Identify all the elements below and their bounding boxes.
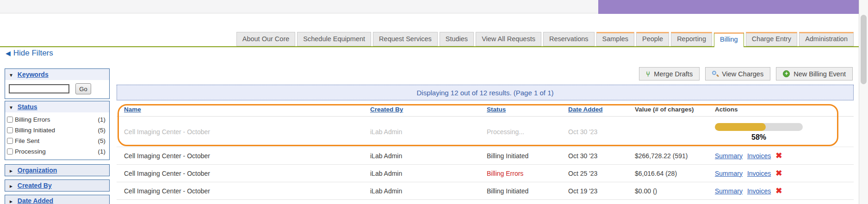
- tab-studies[interactable]: Studies: [440, 32, 474, 46]
- tab-schedule-equipment[interactable]: Schedule Equipment: [297, 32, 371, 46]
- value-of-charges: $266,728.22 (591): [635, 152, 715, 160]
- sort-by-date-added[interactable]: Date Added: [568, 106, 603, 113]
- billing-toolbar: ⑂ Merge Drafts View Charges + New Billin…: [639, 67, 853, 80]
- left-arrow-icon: ◀: [6, 49, 11, 57]
- summary-link[interactable]: Summary: [715, 187, 743, 195]
- file-sent-checkbox[interactable]: [7, 138, 13, 144]
- status-filter-count: (5): [98, 127, 106, 134]
- table-header-row: Name Created By Status Date Added Value …: [117, 103, 854, 117]
- billing-errors-checkbox[interactable]: [7, 117, 13, 123]
- merge-drafts-button[interactable]: ⑂ Merge Drafts: [639, 67, 700, 80]
- tab-about-our-core[interactable]: About Our Core: [236, 32, 296, 46]
- delete-x-icon[interactable]: ✖: [775, 187, 782, 195]
- date-added-filter-panel: ► Date Added: [5, 195, 110, 204]
- sort-by-status[interactable]: Status: [487, 106, 506, 113]
- table-row: Cell Imaging Center - October iLab Admin…: [117, 165, 854, 182]
- tab-administration[interactable]: Administration: [799, 32, 854, 46]
- status-value: Billing Errors: [487, 170, 568, 177]
- status-filter-count: (1): [98, 148, 106, 155]
- organization-panel-title[interactable]: Organization: [18, 167, 57, 174]
- status-filter-count: (5): [98, 137, 106, 144]
- view-charges-button[interactable]: View Charges: [705, 67, 770, 80]
- tab-view-all-requests[interactable]: View All Requests: [476, 32, 541, 46]
- progress-bar-track: [715, 123, 803, 131]
- invoices-link[interactable]: Invoices: [747, 187, 771, 195]
- invoices-link[interactable]: Invoices: [747, 152, 771, 160]
- table-row: Cell Imaging Center - October iLab Admin…: [117, 147, 854, 165]
- billing-event-name: Cell Imaging Center - October: [124, 152, 370, 160]
- keywords-filter-panel: ▼ Keywords Go: [5, 68, 110, 99]
- progress-percent-label: 58%: [715, 133, 803, 142]
- created-by-filter-panel: ► Created By: [5, 179, 110, 192]
- date-added-panel-title[interactable]: Date Added: [18, 197, 53, 204]
- status-filter-billing-errors: Billing Errors (1): [5, 114, 109, 125]
- collapse-triangle-icon: ▼: [9, 105, 13, 110]
- value-of-charges: $0.00 (): [635, 187, 715, 195]
- status-panel-header[interactable]: ▼ Status: [5, 101, 109, 112]
- expand-triangle-icon: ►: [9, 199, 13, 204]
- new-billing-event-button[interactable]: + New Billing Event: [776, 67, 853, 80]
- magnifier-icon: [712, 71, 718, 77]
- billing-event-name: Cell Imaging Center - October: [124, 128, 370, 136]
- date-added-panel-header[interactable]: ► Date Added: [5, 195, 109, 204]
- results-summary-bar: Displaying 12 out of 12 results. (Page 1…: [117, 85, 854, 100]
- created-by-value: iLab Admin: [370, 170, 487, 177]
- status-filter-billing-initiated: Billing Initiated (5): [5, 125, 109, 136]
- tab-request-services[interactable]: Request Services: [373, 32, 438, 46]
- tab-billing[interactable]: Billing: [714, 32, 744, 47]
- summary-link[interactable]: Summary: [715, 170, 743, 177]
- tab-samples[interactable]: Samples: [596, 32, 634, 46]
- billing-initiated-checkbox[interactable]: [7, 127, 13, 133]
- value-column-header: Value (# of charges): [635, 106, 715, 113]
- created-by-panel-header[interactable]: ► Created By: [5, 180, 109, 191]
- status-panel-title[interactable]: Status: [18, 103, 37, 111]
- table-row: Cell Imaging Center - October iLab Admin…: [117, 182, 854, 200]
- expand-triangle-icon: ►: [9, 168, 13, 173]
- date-added-value: Oct 30 '23: [568, 128, 635, 136]
- tab-reservations[interactable]: Reservations: [543, 32, 595, 46]
- status-filter-label: Processing: [15, 148, 46, 155]
- keywords-search-input[interactable]: [9, 84, 69, 93]
- status-value: Processing...: [487, 128, 568, 136]
- tab-reporting[interactable]: Reporting: [671, 32, 712, 46]
- sort-by-name[interactable]: Name: [124, 106, 141, 113]
- date-added-value: Oct 30 '23: [568, 152, 635, 160]
- summary-link[interactable]: Summary: [715, 152, 743, 160]
- delete-x-icon[interactable]: ✖: [775, 169, 782, 177]
- expand-triangle-icon: ►: [9, 184, 13, 189]
- keywords-go-button[interactable]: Go: [75, 83, 91, 94]
- merge-icon: ⑂: [646, 70, 650, 78]
- scrollbar-thumb[interactable]: [861, 15, 867, 84]
- tab-charge-entry[interactable]: Charge Entry: [746, 32, 797, 46]
- purple-banner: [598, 0, 859, 14]
- main-nav-tabbar: About Our Core Schedule Equipment Reques…: [0, 31, 854, 46]
- merge-drafts-label: Merge Drafts: [654, 70, 693, 78]
- hide-filters-link[interactable]: ◀Hide Filters: [6, 49, 53, 58]
- keywords-panel-header[interactable]: ▼ Keywords: [5, 69, 109, 80]
- created-by-value: iLab Admin: [370, 187, 487, 195]
- tab-people[interactable]: People: [636, 32, 669, 46]
- value-of-charges: $6,016.64 (28): [635, 170, 715, 177]
- sort-by-created-by[interactable]: Created By: [370, 106, 403, 113]
- invoices-link[interactable]: Invoices: [747, 170, 771, 177]
- billing-page: About Our Core Schedule Equipment Reques…: [0, 0, 868, 204]
- vertical-scrollbar[interactable]: [859, 0, 868, 204]
- new-billing-event-label: New Billing Event: [794, 70, 846, 78]
- collapse-triangle-icon: ▼: [9, 73, 13, 78]
- date-added-value: Oct 25 '23: [568, 170, 635, 177]
- status-filter-label: Billing Initiated: [15, 127, 55, 134]
- processing-checkbox[interactable]: [7, 148, 13, 155]
- billing-event-name: Cell Imaging Center - October: [124, 187, 370, 195]
- date-added-value: Oct 19 '23: [568, 187, 635, 195]
- keywords-panel-title[interactable]: Keywords: [18, 71, 49, 78]
- hide-filters-label: Hide Filters: [13, 49, 53, 57]
- status-filter-count: (1): [98, 116, 106, 123]
- actions-column-header: Actions: [715, 106, 854, 113]
- organization-panel-header[interactable]: ► Organization: [5, 165, 109, 176]
- processing-progress: 58%: [715, 122, 803, 142]
- delete-x-icon[interactable]: ✖: [775, 152, 782, 160]
- created-by-value: iLab Admin: [370, 152, 487, 160]
- created-by-panel-title[interactable]: Created By: [18, 182, 52, 189]
- status-filter-file-sent: File Sent (5): [5, 136, 109, 146]
- organization-filter-panel: ► Organization: [5, 164, 110, 176]
